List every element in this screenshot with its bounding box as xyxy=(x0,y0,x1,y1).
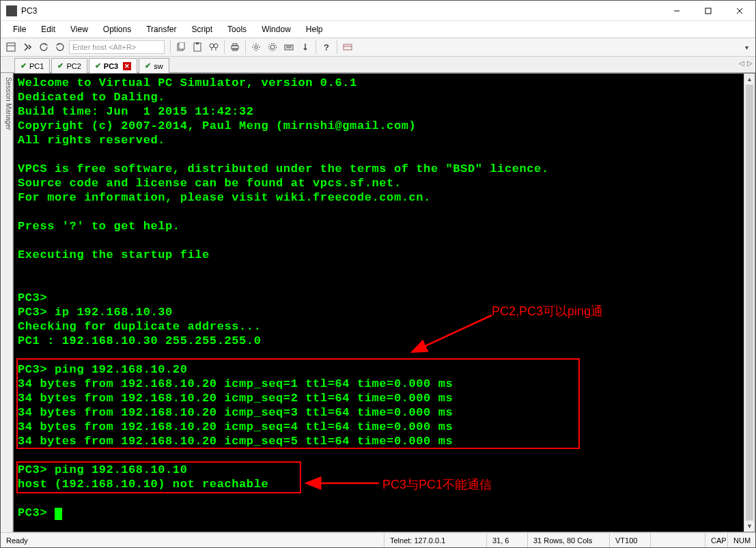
app-icon xyxy=(6,5,17,16)
paste-icon[interactable] xyxy=(190,40,205,55)
status-cap: CAP xyxy=(705,533,728,547)
tab-bar: ✔PC1 ✔PC2 ✔PC3✕ ✔sw ◁▷ xyxy=(1,57,755,73)
toolbar-sep4 xyxy=(316,40,316,54)
toolbar-overflow[interactable]: ▾ xyxy=(741,44,753,51)
svg-text:?: ? xyxy=(324,42,329,52)
menu-script[interactable]: Script xyxy=(186,23,218,35)
menu-help[interactable]: Help xyxy=(300,23,328,35)
svg-point-19 xyxy=(269,44,277,51)
menu-file[interactable]: File xyxy=(8,23,31,35)
gear-icon[interactable] xyxy=(265,40,280,55)
settings-icon[interactable] xyxy=(249,40,264,55)
check-icon: ✔ xyxy=(20,61,27,70)
tab-prev[interactable]: ◁ xyxy=(739,59,744,67)
menu-window[interactable]: Window xyxy=(256,23,296,35)
menu-transfer[interactable]: Transfer xyxy=(141,23,182,35)
menu-options[interactable]: Options xyxy=(98,23,137,35)
session-mgr-icon[interactable] xyxy=(3,40,18,55)
toolbar-sep2 xyxy=(224,40,225,54)
status-blank xyxy=(651,533,705,547)
svg-rect-1 xyxy=(705,8,711,14)
session-manager-strip[interactable]: Session Manager xyxy=(1,73,13,532)
tab-pc1[interactable]: ✔PC1 xyxy=(14,58,50,73)
terminal-area[interactable]: Welcome to Virtual PC Simulator, version… xyxy=(13,73,755,532)
status-connection: Telnet: 127.0.0.1 xyxy=(384,533,487,547)
menu-tools[interactable]: Tools xyxy=(222,23,252,35)
tab-next[interactable]: ▷ xyxy=(747,59,753,67)
maximize-button[interactable] xyxy=(692,1,724,20)
toolbar: Enter host <Alt+R> ? ▾ xyxy=(1,38,755,57)
check-icon: ✔ xyxy=(57,61,64,70)
tab-label: PC2 xyxy=(66,62,81,70)
scroll-down-icon[interactable]: ▼ xyxy=(744,521,755,532)
svg-rect-4 xyxy=(7,43,15,51)
menu-view[interactable]: View xyxy=(65,23,94,35)
svg-point-18 xyxy=(270,45,275,49)
svg-rect-25 xyxy=(344,44,352,50)
window-titlebar: PC3 xyxy=(1,1,755,21)
toolbar-sep5 xyxy=(337,40,337,54)
svg-rect-9 xyxy=(196,42,199,44)
window-title: PC3 xyxy=(21,6,661,16)
ruler-icon[interactable] xyxy=(298,40,313,55)
host-input[interactable]: Enter host <Alt+R> xyxy=(69,40,165,54)
extra-icon[interactable] xyxy=(340,40,355,55)
status-num: NUM xyxy=(728,533,755,547)
svg-rect-7 xyxy=(179,42,184,49)
terminal-output: Welcome to Virtual PC Simulator, version… xyxy=(14,74,755,522)
svg-rect-15 xyxy=(233,44,237,46)
status-emulation: VT100 xyxy=(610,533,651,547)
close-tab-icon[interactable]: ✕ xyxy=(123,62,131,70)
tab-label: PC3 xyxy=(104,62,118,70)
svg-point-10 xyxy=(210,44,214,48)
toolbar-sep1 xyxy=(170,40,171,54)
help-icon[interactable]: ? xyxy=(319,40,334,55)
toolbar-sep3 xyxy=(245,40,246,54)
keymap-icon[interactable] xyxy=(281,40,296,55)
find-icon[interactable] xyxy=(206,40,221,55)
tab-sw[interactable]: ✔sw xyxy=(139,58,169,73)
terminal-scrollbar[interactable]: ▲ ▼ xyxy=(744,74,755,532)
copy-icon[interactable] xyxy=(173,40,188,55)
host-placeholder: Enter host <Alt+R> xyxy=(72,43,136,51)
tab-pc3[interactable]: ✔PC3✕ xyxy=(89,58,137,73)
status-ready: Ready xyxy=(1,533,384,547)
reconnect-icon[interactable] xyxy=(36,40,51,55)
quick-connect-icon[interactable] xyxy=(20,40,35,55)
tab-pc2[interactable]: ✔PC2 xyxy=(51,58,87,73)
tab-label: sw xyxy=(154,62,163,70)
svg-point-17 xyxy=(255,46,257,48)
close-button[interactable] xyxy=(724,1,755,20)
print-icon[interactable] xyxy=(227,40,242,55)
menu-edit[interactable]: Edit xyxy=(36,23,61,35)
minimize-button[interactable] xyxy=(661,1,692,20)
status-size: 31 Rows, 80 Cols xyxy=(528,533,610,547)
disconnect-icon[interactable] xyxy=(53,40,68,55)
svg-point-11 xyxy=(214,44,218,48)
tab-label: PC1 xyxy=(29,62,44,70)
scroll-up-icon[interactable]: ▲ xyxy=(744,74,755,85)
check-icon: ✔ xyxy=(95,61,101,70)
status-bar: Ready Telnet: 127.0.0.1 31, 6 31 Rows, 8… xyxy=(1,532,755,547)
status-cursor-pos: 31, 6 xyxy=(487,533,528,547)
check-icon: ✔ xyxy=(145,61,151,70)
menubar: File Edit View Options Transfer Script T… xyxy=(1,21,755,38)
